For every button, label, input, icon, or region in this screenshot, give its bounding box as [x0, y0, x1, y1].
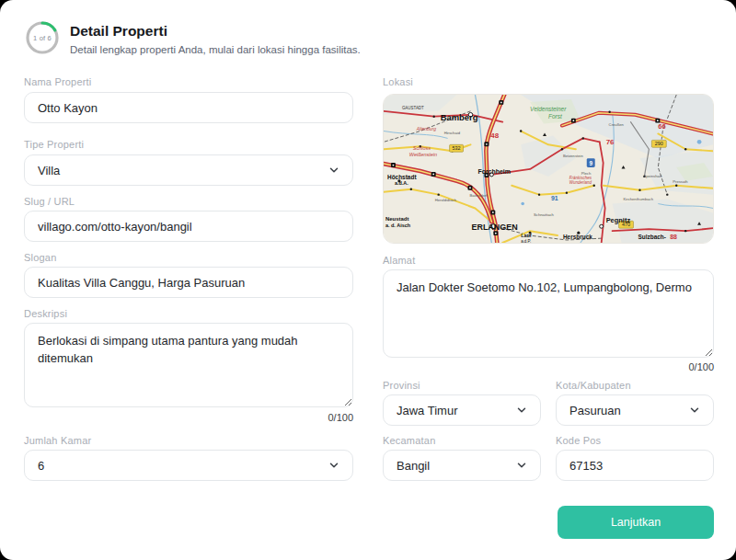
svg-text:Veldensteiner: Veldensteiner	[530, 106, 567, 112]
kecamatan-select[interactable]: Bangil	[383, 450, 541, 481]
svg-text:Schnaittach: Schnaittach	[534, 212, 554, 217]
chevron-down-icon	[516, 405, 527, 416]
svg-text:Fränkisches: Fränkisches	[569, 176, 592, 180]
svg-text:Höchstadt: Höchstadt	[387, 174, 417, 180]
jumlah-kamar-value: 6	[38, 459, 44, 473]
deskripsi-counter: 0/100	[24, 412, 353, 423]
chevron-down-icon	[328, 165, 339, 176]
svg-text:88: 88	[670, 234, 677, 240]
svg-text:9: 9	[589, 160, 592, 166]
kota-select[interactable]: Pasuruan	[556, 394, 714, 426]
deskripsi-textarea[interactable]: Berlokasi di simpang utama pantura yang …	[24, 323, 353, 407]
chevron-down-icon	[516, 460, 527, 471]
svg-text:Pressath: Pressath	[673, 179, 688, 184]
page-subtitle: Detail lengkap properti Anda, mulai dari…	[70, 44, 361, 55]
svg-text:a.d.A.: a.d.A.	[395, 180, 408, 186]
provinsi-label: Provinsi	[383, 380, 420, 391]
svg-text:GAUSTADT: GAUSTADT	[402, 106, 424, 110]
svg-text:Kirchenthumbach: Kirchenthumbach	[624, 197, 654, 201]
map-graphic: 290 470 532 9 48 76 66 91 88 Bamberg GAU…	[384, 95, 713, 243]
kode-pos-input[interactable]	[556, 450, 714, 481]
provinsi-value: Jawa Timur	[397, 404, 457, 417]
tipe-properti-select[interactable]: Villa	[24, 154, 353, 186]
deskripsi-label: Deskripsi	[24, 308, 67, 319]
svg-text:Pegnitz: Pegnitz	[606, 216, 631, 224]
svg-text:Wunderland: Wunderland	[569, 180, 592, 185]
svg-text:ERLANGEN: ERLANGEN	[471, 223, 517, 232]
nama-properti-input[interactable]	[24, 92, 353, 123]
svg-text:Forst: Forst	[548, 113, 563, 120]
location-map[interactable]: 290 470 532 9 48 76 66 91 88 Bamberg GAU…	[383, 94, 714, 244]
kode-pos-label: Kode Pos	[556, 435, 601, 446]
chevron-down-icon	[689, 405, 700, 416]
svg-text:Bamberg: Bamberg	[441, 112, 478, 122]
svg-text:66: 66	[658, 122, 665, 131]
tipe-properti-label: Tipe Properti	[24, 139, 84, 150]
jumlah-kamar-select[interactable]: 6	[24, 450, 353, 481]
step-progress-ring: 1 of 6	[24, 19, 61, 56]
svg-text:290: 290	[655, 142, 663, 147]
alamat-textarea[interactable]: Jalan Dokter Soetomo No.102, Lumpangbolo…	[383, 269, 714, 358]
nama-properti-label: Nama Properti	[24, 76, 92, 87]
svg-text:Forchheim: Forchheim	[477, 168, 511, 175]
svg-text:Betzenstein: Betzenstein	[563, 154, 583, 158]
slogan-input[interactable]	[24, 267, 353, 298]
svg-text:a. d. Aisch: a. d. Aisch	[385, 223, 410, 228]
svg-text:Heroldsbach: Heroldsbach	[435, 198, 457, 202]
svg-text:Neustadt: Neustadt	[385, 216, 409, 222]
chevron-down-icon	[328, 460, 339, 471]
page-title: Detail Properti	[70, 23, 167, 40]
svg-text:Lauf: Lauf	[521, 233, 532, 238]
lokasi-label: Lokasi	[383, 76, 413, 87]
svg-text:Schloss: Schloss	[413, 145, 431, 151]
svg-text:91: 91	[551, 195, 558, 201]
slug-input[interactable]	[24, 211, 353, 242]
svg-text:Sulzbach-: Sulzbach-	[638, 234, 666, 240]
svg-text:Speinshart: Speinshart	[643, 174, 662, 178]
alamat-label: Alamat	[383, 255, 415, 266]
svg-text:a.d.P.: a.d.P.	[521, 239, 531, 243]
provinsi-select[interactable]: Jawa Timur	[383, 394, 541, 426]
slogan-label: Slogan	[24, 252, 56, 263]
slug-label: Slug / URL	[24, 196, 75, 207]
jumlah-kamar-label: Jumlah Kamar	[24, 435, 91, 446]
svg-text:Hersbruck: Hersbruck	[563, 234, 592, 240]
svg-text:Creußen: Creußen	[609, 122, 625, 127]
svg-text:Hirschaid: Hirschaid	[444, 131, 461, 135]
tipe-properti-value: Villa	[38, 164, 60, 177]
svg-text:76: 76	[606, 138, 615, 146]
svg-text:Baiersdorf: Baiersdorf	[469, 193, 488, 198]
svg-text:48: 48	[490, 131, 499, 140]
step-indicator: 1 of 6	[24, 19, 61, 56]
kota-label: Kota/Kabupaten	[556, 380, 631, 391]
kecamatan-value: Bangil	[397, 459, 430, 473]
detail-properti-card: 1 of 6 Detail Properti Detail lengkap pr…	[0, 0, 736, 560]
svg-text:532: 532	[453, 145, 461, 151]
alamat-counter: 0/100	[383, 361, 714, 372]
lanjutkan-button[interactable]: Lanjutkan	[558, 506, 714, 539]
kota-value: Pasuruan	[569, 404, 621, 417]
kecamatan-label: Kecamatan	[383, 435, 435, 446]
svg-text:Weißenstein: Weißenstein	[409, 152, 437, 157]
svg-text:Altenburg: Altenburg	[416, 127, 436, 131]
